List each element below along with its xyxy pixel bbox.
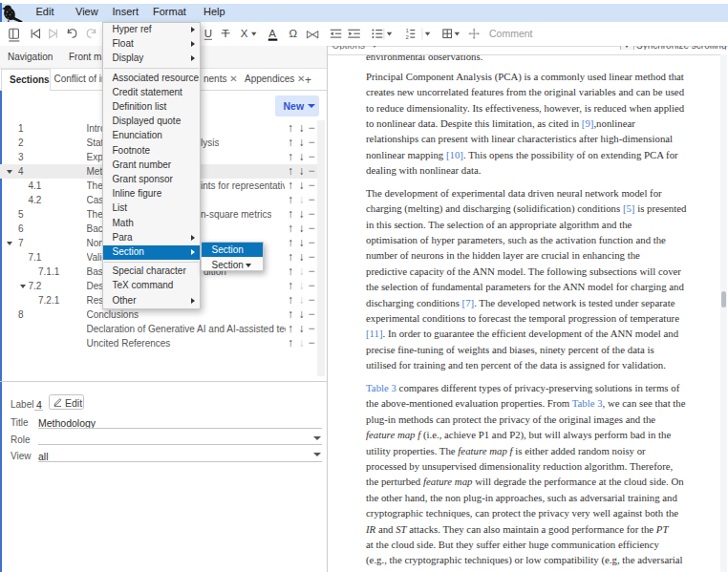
svg-text:A: A: [268, 28, 276, 39]
svg-text:U: U: [204, 28, 212, 39]
svg-text:1: 1: [405, 27, 409, 32]
svg-text:2: 2: [405, 34, 409, 40]
svg-text:X: X: [241, 28, 248, 39]
svg-text:Comment: Comment: [489, 28, 533, 39]
svg-text:Ω: Ω: [289, 28, 298, 39]
